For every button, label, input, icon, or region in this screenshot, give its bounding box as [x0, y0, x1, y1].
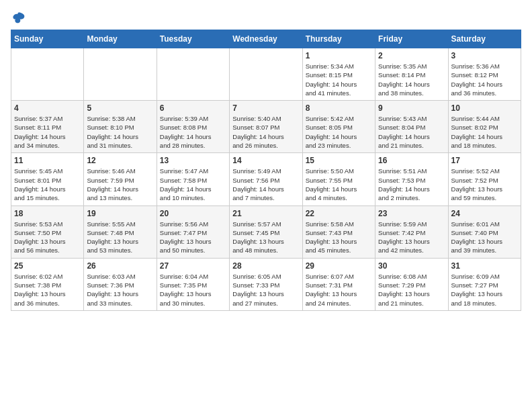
day-info: Sunrise: 6:05 AM Sunset: 7:33 PM Dayligh…: [232, 272, 299, 308]
day-info: Sunrise: 5:45 AM Sunset: 8:01 PM Dayligh…: [14, 167, 81, 202]
calendar-cell: 13Sunrise: 5:47 AM Sunset: 7:58 PM Dayli…: [157, 153, 229, 205]
calendar-cell: 2Sunrise: 5:35 AM Sunset: 8:14 PM Daylig…: [375, 48, 448, 101]
day-info: Sunrise: 5:37 AM Sunset: 8:11 PM Dayligh…: [14, 114, 81, 150]
day-info: Sunrise: 5:47 AM Sunset: 7:58 PM Dayligh…: [160, 167, 226, 202]
calendar-cell: 11Sunrise: 5:45 AM Sunset: 8:01 PM Dayli…: [11, 153, 84, 205]
day-number: 3: [451, 51, 518, 60]
day-info: Sunrise: 5:36 AM Sunset: 8:12 PM Dayligh…: [451, 62, 518, 97]
day-number: 1: [306, 51, 372, 60]
day-number: 24: [451, 209, 518, 218]
day-number: 21: [232, 209, 299, 218]
day-number: 16: [378, 156, 445, 165]
day-number: 8: [306, 103, 372, 113]
day-number: 20: [160, 209, 226, 218]
day-number: 13: [160, 156, 226, 165]
weekday-header-sunday: Sunday: [11, 30, 84, 48]
calendar-cell: 23Sunrise: 5:59 AM Sunset: 7:42 PM Dayli…: [375, 205, 448, 258]
day-number: 30: [378, 261, 445, 271]
calendar-table: SundayMondayTuesdayWednesdayThursdayFrid…: [11, 30, 521, 311]
calendar-cell: 24Sunrise: 6:01 AM Sunset: 7:40 PM Dayli…: [448, 205, 521, 258]
day-info: Sunrise: 6:04 AM Sunset: 7:35 PM Dayligh…: [160, 272, 226, 308]
day-info: Sunrise: 5:49 AM Sunset: 7:56 PM Dayligh…: [232, 167, 299, 202]
day-info: Sunrise: 5:46 AM Sunset: 7:59 PM Dayligh…: [87, 167, 153, 202]
calendar-week-row: 18Sunrise: 5:53 AM Sunset: 7:50 PM Dayli…: [11, 205, 521, 258]
day-info: Sunrise: 6:01 AM Sunset: 7:40 PM Dayligh…: [451, 220, 518, 255]
calendar-cell: 4Sunrise: 5:37 AM Sunset: 8:11 PM Daylig…: [11, 101, 84, 153]
calendar-cell: [230, 48, 302, 101]
day-info: Sunrise: 5:53 AM Sunset: 7:50 PM Dayligh…: [14, 220, 81, 255]
calendar-cell: 27Sunrise: 6:04 AM Sunset: 7:35 PM Dayli…: [157, 258, 229, 310]
calendar-cell: 16Sunrise: 5:51 AM Sunset: 7:53 PM Dayli…: [375, 153, 448, 205]
calendar-cell: 25Sunrise: 6:02 AM Sunset: 7:38 PM Dayli…: [11, 258, 84, 310]
day-number: 19: [87, 209, 153, 218]
day-number: 10: [451, 103, 518, 113]
day-number: 18: [14, 209, 81, 218]
day-number: 5: [87, 103, 153, 113]
day-number: 6: [160, 103, 226, 113]
weekday-header-row: SundayMondayTuesdayWednesdayThursdayFrid…: [11, 30, 521, 48]
calendar-cell: 17Sunrise: 5:52 AM Sunset: 7:52 PM Dayli…: [448, 153, 521, 205]
day-number: 2: [378, 51, 445, 60]
weekday-header-thursday: Thursday: [302, 30, 375, 48]
calendar-cell: 10Sunrise: 5:44 AM Sunset: 8:02 PM Dayli…: [448, 101, 521, 153]
day-info: Sunrise: 6:02 AM Sunset: 7:38 PM Dayligh…: [14, 272, 81, 308]
calendar-cell: 12Sunrise: 5:46 AM Sunset: 7:59 PM Dayli…: [84, 153, 157, 205]
day-info: Sunrise: 5:39 AM Sunset: 8:08 PM Dayligh…: [160, 114, 226, 150]
calendar-cell: 20Sunrise: 5:56 AM Sunset: 7:47 PM Dayli…: [157, 205, 229, 258]
calendar-cell: 8Sunrise: 5:42 AM Sunset: 8:05 PM Daylig…: [302, 101, 375, 153]
day-number: 11: [14, 156, 81, 165]
day-info: Sunrise: 5:40 AM Sunset: 8:07 PM Dayligh…: [232, 114, 299, 150]
day-number: 27: [160, 261, 226, 271]
calendar-cell: 29Sunrise: 6:07 AM Sunset: 7:31 PM Dayli…: [302, 258, 375, 310]
day-number: 23: [378, 209, 445, 218]
calendar-cell: 30Sunrise: 6:08 AM Sunset: 7:29 PM Dayli…: [375, 258, 448, 310]
calendar-week-row: 25Sunrise: 6:02 AM Sunset: 7:38 PM Dayli…: [11, 258, 521, 310]
calendar-cell: 7Sunrise: 5:40 AM Sunset: 8:07 PM Daylig…: [230, 101, 302, 153]
day-info: Sunrise: 6:09 AM Sunset: 7:27 PM Dayligh…: [451, 272, 518, 308]
calendar-cell: [157, 48, 229, 101]
day-info: Sunrise: 5:43 AM Sunset: 8:04 PM Dayligh…: [378, 114, 445, 150]
calendar-cell: 5Sunrise: 5:38 AM Sunset: 8:10 PM Daylig…: [84, 101, 157, 153]
logo-bird-icon: [12, 11, 26, 24]
day-info: Sunrise: 5:52 AM Sunset: 7:52 PM Dayligh…: [451, 167, 518, 202]
calendar-cell: 3Sunrise: 5:36 AM Sunset: 8:12 PM Daylig…: [448, 48, 521, 101]
calendar-cell: [84, 48, 157, 101]
day-info: Sunrise: 5:44 AM Sunset: 8:02 PM Dayligh…: [451, 114, 518, 150]
calendar-cell: 18Sunrise: 5:53 AM Sunset: 7:50 PM Dayli…: [11, 205, 84, 258]
day-info: Sunrise: 6:03 AM Sunset: 7:36 PM Dayligh…: [87, 272, 153, 308]
weekday-header-wednesday: Wednesday: [230, 30, 302, 48]
day-info: Sunrise: 5:58 AM Sunset: 7:43 PM Dayligh…: [306, 220, 372, 255]
calendar-cell: 9Sunrise: 5:43 AM Sunset: 8:04 PM Daylig…: [375, 101, 448, 153]
day-info: Sunrise: 5:57 AM Sunset: 7:45 PM Dayligh…: [232, 220, 299, 255]
day-info: Sunrise: 6:08 AM Sunset: 7:29 PM Dayligh…: [378, 272, 445, 308]
day-info: Sunrise: 5:38 AM Sunset: 8:10 PM Dayligh…: [87, 114, 153, 150]
day-info: Sunrise: 5:34 AM Sunset: 8:15 PM Dayligh…: [306, 62, 372, 97]
day-number: 15: [306, 156, 372, 165]
calendar-week-row: 11Sunrise: 5:45 AM Sunset: 8:01 PM Dayli…: [11, 153, 521, 205]
calendar-cell: 26Sunrise: 6:03 AM Sunset: 7:36 PM Dayli…: [84, 258, 157, 310]
calendar-cell: 15Sunrise: 5:50 AM Sunset: 7:55 PM Dayli…: [302, 153, 375, 205]
day-number: 26: [87, 261, 153, 271]
calendar-cell: 14Sunrise: 5:49 AM Sunset: 7:56 PM Dayli…: [230, 153, 302, 205]
day-number: 12: [87, 156, 153, 165]
day-info: Sunrise: 5:55 AM Sunset: 7:48 PM Dayligh…: [87, 220, 153, 255]
weekday-header-tuesday: Tuesday: [157, 30, 229, 48]
day-number: 22: [306, 209, 372, 218]
weekday-header-friday: Friday: [375, 30, 448, 48]
day-info: Sunrise: 5:56 AM Sunset: 7:47 PM Dayligh…: [160, 220, 226, 255]
day-number: 31: [451, 261, 518, 271]
day-info: Sunrise: 5:42 AM Sunset: 8:05 PM Dayligh…: [306, 114, 372, 150]
calendar-cell: 22Sunrise: 5:58 AM Sunset: 7:43 PM Dayli…: [302, 205, 375, 258]
day-number: 7: [232, 103, 299, 113]
calendar-week-row: 4Sunrise: 5:37 AM Sunset: 8:11 PM Daylig…: [11, 101, 521, 153]
day-number: 9: [378, 103, 445, 113]
calendar-cell: 21Sunrise: 5:57 AM Sunset: 7:45 PM Dayli…: [230, 205, 302, 258]
calendar-week-row: 1Sunrise: 5:34 AM Sunset: 8:15 PM Daylig…: [11, 48, 521, 101]
day-number: 14: [232, 156, 299, 165]
calendar-cell: 19Sunrise: 5:55 AM Sunset: 7:48 PM Dayli…: [84, 205, 157, 258]
day-number: 17: [451, 156, 518, 165]
calendar-cell: 31Sunrise: 6:09 AM Sunset: 7:27 PM Dayli…: [448, 258, 521, 310]
header: [11, 11, 521, 24]
day-info: Sunrise: 5:51 AM Sunset: 7:53 PM Dayligh…: [378, 167, 445, 202]
calendar-cell: 6Sunrise: 5:39 AM Sunset: 8:08 PM Daylig…: [157, 101, 229, 153]
